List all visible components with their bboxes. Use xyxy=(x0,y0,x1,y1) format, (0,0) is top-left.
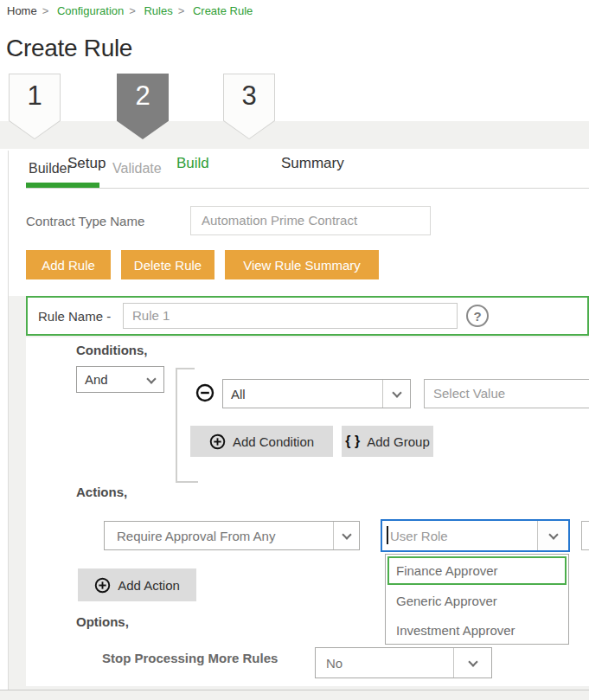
plus-circle-icon xyxy=(209,433,226,450)
action-target-combobox[interactable]: User Role xyxy=(381,519,570,552)
page-title: Create Rule xyxy=(6,35,132,62)
action-type-value: Require Approval From Any xyxy=(117,522,275,549)
action-type-select[interactable]: Require Approval From Any xyxy=(104,521,360,550)
step-2-label: Build xyxy=(176,155,209,172)
create-rule-page: Home> Configuration> Rules> Create Rule … xyxy=(0,0,589,700)
step-3-label: Summary xyxy=(281,155,344,172)
rule-name-label: Rule Name - xyxy=(38,309,111,324)
options-heading: Options, xyxy=(76,614,129,629)
breadcrumb-configuration[interactable]: Configuration xyxy=(57,4,124,17)
conditions-heading: Conditions, xyxy=(76,343,148,357)
rule-name-input[interactable]: Rule 1 xyxy=(123,303,458,329)
dropdown-option-generic-approver[interactable]: Generic Approver xyxy=(387,587,567,615)
add-condition-button[interactable]: Add Condition xyxy=(190,426,333,457)
chevron-down-icon xyxy=(392,388,401,397)
contract-type-name-label: Contract Type Name xyxy=(26,214,144,228)
group-bracket-top xyxy=(176,368,195,369)
condition-field-chevron-zone xyxy=(382,380,410,408)
stop-processing-value: No xyxy=(326,648,343,678)
user-role-dropdown: Finance Approver Generic Approver Invest… xyxy=(385,554,569,645)
wizard-steps: 1 Setup 2 Build 3 Summary xyxy=(0,74,589,151)
step-2-number: 2 xyxy=(117,80,169,112)
action-type-chevron-zone xyxy=(333,522,359,549)
chevron-down-icon xyxy=(468,657,477,666)
breadcrumb-rules[interactable]: Rules xyxy=(144,4,172,17)
plus-circle-icon xyxy=(94,577,111,594)
step-1-label: Setup xyxy=(67,155,106,172)
braces-icon: { } xyxy=(345,433,360,449)
breadcrumb-create-rule[interactable]: Create Rule xyxy=(193,4,253,17)
dropdown-option-finance-approver[interactable]: Finance Approver xyxy=(387,556,567,585)
add-rule-button[interactable]: Add Rule xyxy=(26,250,111,279)
breadcrumb-separator: > xyxy=(129,4,136,17)
stop-processing-select[interactable]: No xyxy=(315,647,492,678)
action-extra-input[interactable] xyxy=(581,521,589,550)
tabs-divider xyxy=(26,188,589,189)
step-2-marker[interactable]: 2 xyxy=(117,74,169,139)
minus-circle-icon xyxy=(195,383,214,402)
group-bracket-line xyxy=(176,368,177,483)
chevron-down-icon xyxy=(146,374,156,383)
dropdown-option-investment-approver[interactable]: Investment Approver xyxy=(387,616,567,645)
active-tab-underline xyxy=(26,183,99,188)
chevron-down-icon xyxy=(548,530,558,539)
group-bracket-bottom xyxy=(176,481,198,483)
breadcrumb-separator: > xyxy=(178,4,185,17)
remove-condition-icon[interactable] xyxy=(195,383,214,402)
step-3-marker[interactable]: 3 xyxy=(223,74,275,139)
breadcrumb-separator: > xyxy=(42,4,49,17)
tab-builder[interactable]: Builder xyxy=(29,161,72,177)
condition-value-input[interactable]: Select Value xyxy=(424,379,589,408)
stop-processing-chevron-zone xyxy=(453,648,491,678)
add-condition-label: Add Condition xyxy=(233,434,314,449)
add-action-button[interactable]: Add Action xyxy=(78,568,196,601)
step-1-number: 1 xyxy=(9,80,61,112)
view-rule-summary-button[interactable]: View Rule Summary xyxy=(225,250,379,279)
condition-logic-value: And xyxy=(85,367,108,392)
action-target-placeholder: User Role xyxy=(390,521,448,550)
condition-value-placeholder: Select Value xyxy=(433,380,589,408)
text-cursor xyxy=(387,526,388,544)
help-icon[interactable]: ? xyxy=(466,305,489,327)
step-3-number: 3 xyxy=(223,80,275,112)
delete-rule-button[interactable]: Delete Rule xyxy=(121,250,214,279)
condition-field-select[interactable]: All xyxy=(222,379,411,408)
actions-heading: Actions, xyxy=(76,485,127,499)
breadcrumb-home[interactable]: Home xyxy=(7,4,37,17)
chevron-down-icon xyxy=(342,530,351,539)
add-group-button[interactable]: { } Add Group xyxy=(342,426,433,457)
add-group-label: Add Group xyxy=(367,434,430,449)
rule-name-header: Rule Name - Rule 1 ? xyxy=(26,296,589,336)
step-1-marker[interactable]: 1 xyxy=(9,74,61,139)
breadcrumb: Home> Configuration> Rules> Create Rule xyxy=(7,4,258,17)
rule-container: Rule Name - Rule 1 ? Conditions, And xyxy=(9,296,589,690)
stop-processing-label: Stop Processing More Rules xyxy=(102,651,278,665)
tab-validate[interactable]: Validate xyxy=(112,161,162,177)
condition-field-value: All xyxy=(231,380,246,408)
rule-body: Conditions, And All Sel xyxy=(26,337,589,686)
condition-logic-select[interactable]: And xyxy=(76,366,164,393)
contract-type-name-input[interactable]: Automation Prime Contract xyxy=(190,206,431,235)
action-target-chevron-zone[interactable] xyxy=(537,521,568,550)
panel-footer-strip xyxy=(0,690,589,700)
add-action-label: Add Action xyxy=(118,578,180,593)
